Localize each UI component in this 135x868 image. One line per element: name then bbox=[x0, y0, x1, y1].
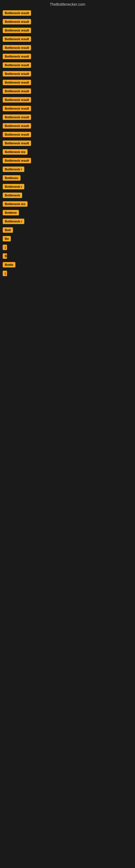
bottleneck-badge[interactable]: Bottleneck result bbox=[3, 158, 31, 163]
list-item: Bottleneck result bbox=[3, 132, 132, 137]
list-item: Bottleneck res bbox=[3, 201, 132, 207]
list-item: | bbox=[3, 271, 132, 276]
bottleneck-badge[interactable]: Bottlenec bbox=[3, 175, 20, 181]
bottleneck-badge[interactable]: Bottleneck result bbox=[3, 97, 31, 102]
list-item: Bottleneck result bbox=[3, 158, 132, 163]
list-item: Bottleneck r bbox=[3, 219, 132, 224]
bottleneck-badge[interactable]: Bottleneck res bbox=[3, 201, 28, 207]
bottleneck-badge[interactable]: Bottleneck result bbox=[3, 36, 31, 42]
list-item: Bottleneck result bbox=[3, 141, 132, 146]
list-item: Bottleneck result bbox=[3, 62, 132, 68]
list-item: B bbox=[3, 253, 132, 259]
bottleneck-badge[interactable]: Bottleneck bbox=[3, 193, 22, 198]
bottleneck-badge[interactable]: Bottleneck result bbox=[3, 88, 31, 94]
list-item: Bottleneck result bbox=[3, 80, 132, 85]
list-item: Bottleneck result bbox=[3, 97, 132, 102]
list-item: Bott bbox=[3, 227, 132, 233]
bottleneck-badge[interactable]: | bbox=[3, 245, 7, 250]
list-item: Bottleneck r bbox=[3, 166, 132, 172]
list-item: | bbox=[3, 245, 132, 250]
bottleneck-list: Bottleneck resultBottleneck resultBottle… bbox=[0, 9, 135, 278]
bottleneck-badge[interactable]: Bottleneck result bbox=[3, 80, 31, 85]
list-item: Bottleneck bbox=[3, 193, 132, 198]
bottleneck-badge[interactable]: Bottleneck result bbox=[3, 45, 31, 51]
bottleneck-badge[interactable]: Bottle bbox=[3, 262, 15, 268]
bottleneck-badge[interactable]: | bbox=[3, 271, 7, 276]
list-item: Bo bbox=[3, 236, 132, 241]
bottleneck-badge[interactable]: Bottleneck result bbox=[3, 106, 31, 111]
list-item: Bottleneck result bbox=[3, 28, 132, 33]
bottleneck-badge[interactable]: Bottleneck result bbox=[3, 10, 31, 16]
bottleneck-badge[interactable]: Bo bbox=[3, 236, 11, 241]
list-item: Bottlenec bbox=[3, 175, 132, 181]
bottleneck-badge[interactable]: Bottleneck result bbox=[3, 54, 31, 59]
bottleneck-badge[interactable]: Bott bbox=[3, 227, 13, 233]
list-item: Bottleneck result bbox=[3, 19, 132, 24]
bottleneck-badge[interactable]: Bottleneck res bbox=[3, 149, 28, 155]
list-item: Bottleneck r bbox=[3, 184, 132, 189]
list-item: Bottleneck result bbox=[3, 115, 132, 120]
list-item: Bottleneck result bbox=[3, 10, 132, 16]
list-item: Bottleneck result bbox=[3, 88, 132, 94]
list-item: Bottleneck result bbox=[3, 71, 132, 76]
bottleneck-badge[interactable]: Bottlene bbox=[3, 210, 19, 215]
list-item: Bottleneck result bbox=[3, 36, 132, 42]
list-item: Bottleneck result bbox=[3, 45, 132, 51]
list-item: Bottle bbox=[3, 262, 132, 268]
site-title-text: TheBottlenecker.com bbox=[50, 2, 85, 6]
bottleneck-badge[interactable]: Bottleneck result bbox=[3, 123, 31, 129]
bottleneck-badge[interactable]: Bottleneck result bbox=[3, 71, 31, 76]
list-item: Bottleneck result bbox=[3, 106, 132, 111]
bottleneck-badge[interactable]: Bottleneck r bbox=[3, 184, 24, 189]
list-item: Bottlene bbox=[3, 210, 132, 215]
bottleneck-badge[interactable]: Bottleneck r bbox=[3, 219, 24, 224]
bottleneck-badge[interactable]: Bottleneck result bbox=[3, 19, 31, 24]
list-item: Bottleneck result bbox=[3, 54, 132, 59]
bottleneck-badge[interactable]: Bottleneck result bbox=[3, 115, 31, 120]
site-title: TheBottlenecker.com bbox=[0, 0, 135, 9]
bottleneck-badge[interactable]: Bottleneck result bbox=[3, 132, 31, 137]
list-item: Bottleneck res bbox=[3, 149, 132, 155]
bottleneck-badge[interactable]: B bbox=[3, 253, 7, 259]
list-item: Bottleneck result bbox=[3, 123, 132, 129]
bottleneck-badge[interactable]: Bottleneck result bbox=[3, 62, 31, 68]
bottleneck-badge[interactable]: Bottleneck r bbox=[3, 166, 24, 172]
bottleneck-badge[interactable]: Bottleneck result bbox=[3, 28, 31, 33]
bottleneck-badge[interactable]: Bottleneck result bbox=[3, 141, 31, 146]
